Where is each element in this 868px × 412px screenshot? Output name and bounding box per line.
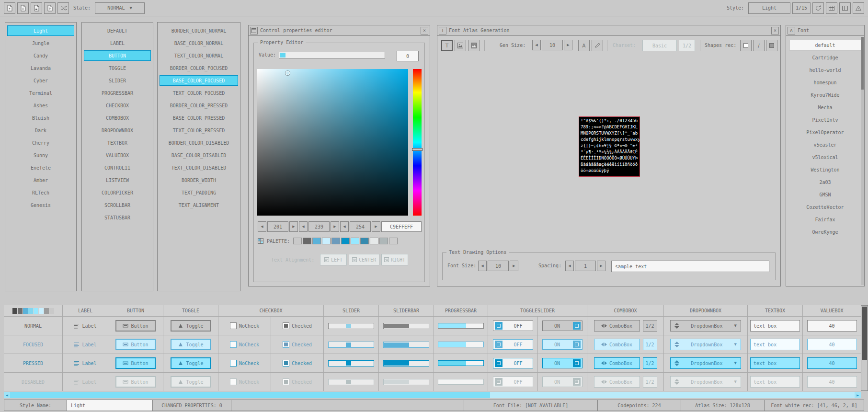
random-style-button[interactable] bbox=[57, 2, 69, 14]
preview-toggleslider-off[interactable]: OFF bbox=[493, 358, 533, 368]
palette-swatch[interactable] bbox=[370, 238, 378, 244]
property-list-item[interactable]: BASE_COLOR_DISABLED bbox=[160, 150, 238, 160]
control-list-item[interactable]: PROGRESSBAR bbox=[84, 88, 151, 98]
table-horizontal-scrollbar[interactable]: ◀ ▶ bbox=[4, 392, 861, 398]
preview-toggle[interactable]: Toggle bbox=[171, 339, 211, 350]
font-edit-button[interactable] bbox=[592, 40, 603, 51]
charset-index-box[interactable]: 1/2 bbox=[679, 40, 695, 51]
palette-swatch[interactable] bbox=[322, 238, 331, 244]
spinner-left-icon[interactable]: ◀ bbox=[565, 261, 574, 271]
color-picker-cursor[interactable] bbox=[286, 71, 290, 75]
style-combobox[interactable]: Light bbox=[748, 2, 790, 14]
panel-layout-button[interactable] bbox=[839, 2, 851, 14]
font-list-item[interactable]: homespun bbox=[789, 77, 861, 88]
style-list-item[interactable]: Bluish bbox=[7, 113, 74, 123]
hue-bar[interactable] bbox=[413, 69, 422, 216]
vertical-scrollbar-thumb[interactable] bbox=[862, 307, 867, 360]
property-list-item[interactable]: BORDER_WIDTH bbox=[160, 175, 238, 185]
property-list-item[interactable]: BORDER_COLOR_FOCUSED bbox=[160, 63, 238, 73]
palette-swatch[interactable] bbox=[351, 238, 359, 244]
red-value[interactable]: 201 bbox=[267, 221, 288, 232]
font-list-item[interactable]: v5easter bbox=[789, 139, 861, 150]
toggleslider-knob[interactable] bbox=[495, 359, 503, 367]
preview-combobox[interactable]: ComboBox bbox=[594, 339, 640, 350]
font-list-item[interactable]: hello-world bbox=[789, 65, 861, 75]
preview-slider[interactable] bbox=[328, 323, 374, 329]
horizontal-scrollbar-thumb[interactable] bbox=[10, 392, 490, 398]
atlas-image-button[interactable] bbox=[455, 40, 466, 51]
preview-toggleslider-off[interactable]: OFF bbox=[493, 320, 533, 331]
style-list-item[interactable]: Sunny bbox=[7, 150, 74, 160]
control-list-item[interactable]: CHECKBOX bbox=[84, 100, 151, 111]
style-list-item[interactable]: Amber bbox=[7, 175, 74, 185]
spinner-left-icon[interactable]: ◀ bbox=[532, 40, 541, 50]
spinner-right-icon[interactable]: ▶ bbox=[289, 221, 298, 232]
preview-checkbox-checked[interactable]: Checked bbox=[283, 378, 312, 385]
spinner-left-icon[interactable]: ◀ bbox=[299, 221, 308, 232]
color-picker-panel[interactable] bbox=[257, 69, 408, 216]
style-list-item[interactable]: Enefete bbox=[7, 162, 74, 173]
combobox-index[interactable]: 1/2 bbox=[643, 320, 657, 332]
preview-combobox[interactable]: ComboBox bbox=[594, 320, 640, 332]
style-list-item[interactable]: Cyber bbox=[7, 75, 74, 86]
spinner-left-icon[interactable]: ◀ bbox=[340, 221, 349, 232]
preview-button[interactable]: Button bbox=[115, 339, 156, 350]
style-list-item[interactable]: Light bbox=[7, 25, 74, 36]
font-a-button[interactable]: A bbox=[578, 40, 590, 51]
font-list-item[interactable]: default bbox=[789, 40, 861, 50]
preview-checkbox-unchecked[interactable]: NoCheck bbox=[230, 360, 259, 366]
toggleslider-knob[interactable] bbox=[573, 359, 581, 367]
property-list-item[interactable]: TEXT_COLOR_FOCUSED bbox=[160, 88, 238, 98]
preview-checkbox-unchecked[interactable]: NoCheck bbox=[230, 341, 259, 348]
property-list-item[interactable]: BORDER_COLOR_DISABLED bbox=[160, 137, 238, 148]
preview-sliderbar[interactable] bbox=[383, 342, 429, 348]
preview-slider[interactable] bbox=[328, 342, 374, 348]
property-list-item[interactable]: BASE_COLOR_FOCUSED bbox=[160, 75, 238, 86]
preview-checkbox-checked[interactable]: Checked bbox=[283, 341, 312, 348]
align-center-button[interactable]: CENTER bbox=[349, 254, 379, 265]
export-style-button[interactable] bbox=[44, 2, 56, 14]
align-left-button[interactable]: LEFT bbox=[320, 254, 347, 265]
preview-valuebox[interactable]: 40 bbox=[807, 376, 857, 388]
font-list-item[interactable]: OwreKynge bbox=[789, 227, 861, 237]
property-list-item[interactable]: BORDER_COLOR_PRESSED bbox=[160, 100, 238, 111]
palette-swatch[interactable] bbox=[360, 238, 369, 244]
style-list-item[interactable]: Terminal bbox=[7, 88, 74, 98]
spacing-value[interactable]: 1 bbox=[575, 261, 596, 271]
control-list-item[interactable]: DROPDOWNBOX bbox=[84, 125, 151, 136]
preview-toggleslider-off[interactable]: OFF bbox=[493, 377, 533, 387]
font-list-item[interactable]: 2a03 bbox=[789, 177, 861, 187]
control-list-item[interactable]: LABEL bbox=[84, 38, 151, 48]
shapes-rec-fill-button[interactable] bbox=[766, 40, 777, 51]
font-list-item[interactable]: GMSN bbox=[789, 189, 861, 200]
control-list-item[interactable]: STATUSBAR bbox=[84, 212, 151, 223]
preview-toggleslider-on[interactable]: ON bbox=[542, 358, 582, 368]
property-list-item[interactable]: TEXT_COLOR_NORMAL bbox=[160, 50, 238, 61]
font-list-item[interactable]: CozetteVector bbox=[789, 202, 861, 212]
hue-bar-handle[interactable] bbox=[412, 148, 423, 151]
control-list-item[interactable]: COLORPICKER bbox=[84, 187, 151, 198]
spinner-left-icon[interactable]: ◀ bbox=[478, 261, 487, 271]
preview-checkbox-checked[interactable]: Checked bbox=[283, 360, 312, 366]
property-list-item[interactable]: BASE_COLOR_PRESSED bbox=[160, 113, 238, 123]
preview-slider[interactable] bbox=[328, 379, 374, 385]
font-list-item[interactable]: v5loxical bbox=[789, 152, 861, 162]
style-table-button[interactable] bbox=[826, 2, 837, 14]
atlas-data-button[interactable] bbox=[468, 40, 480, 51]
font-list-item[interactable]: Mecha bbox=[789, 102, 861, 113]
load-style-button[interactable] bbox=[17, 2, 29, 14]
scroll-right-icon[interactable]: ▶ bbox=[855, 392, 861, 398]
toggleslider-knob[interactable] bbox=[573, 341, 581, 348]
palette-swatch[interactable] bbox=[341, 238, 350, 244]
preview-sliderbar[interactable] bbox=[383, 360, 429, 366]
properties-window-titlebar[interactable]: Control properties editor × bbox=[249, 25, 430, 36]
sample-text-input[interactable]: sample text bbox=[611, 261, 769, 272]
property-list-item[interactable]: TEXT_COLOR_DISABLED bbox=[160, 162, 238, 173]
font-list-item[interactable]: Cartridge bbox=[789, 52, 861, 63]
preview-toggle[interactable]: Toggle bbox=[171, 376, 211, 388]
save-style-button[interactable] bbox=[31, 2, 42, 14]
style-list-item[interactable]: Dark bbox=[7, 125, 74, 136]
preview-textbox[interactable]: text box bbox=[750, 320, 800, 332]
align-right-button[interactable]: RIGHT bbox=[381, 254, 408, 265]
shapes-rec-white-button[interactable] bbox=[740, 40, 752, 51]
